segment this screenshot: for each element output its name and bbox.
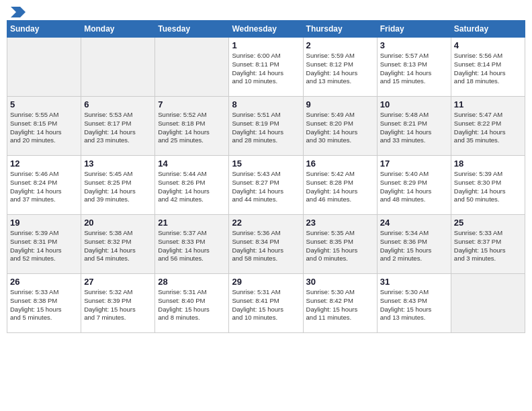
day-number: 5 <box>10 99 78 109</box>
calendar-cell <box>81 38 155 97</box>
calendar-cell: 18Sunrise: 5:39 AM Sunset: 8:30 PM Dayli… <box>451 156 525 215</box>
day-number: 26 <box>10 277 78 287</box>
day-number: 13 <box>84 158 152 169</box>
calendar-cell: 28Sunrise: 5:31 AM Sunset: 8:40 PM Dayli… <box>155 274 229 333</box>
day-number: 15 <box>232 158 300 169</box>
day-number: 7 <box>158 99 226 109</box>
day-info: Sunrise: 6:00 AM Sunset: 8:11 PM Dayligh… <box>232 52 300 86</box>
day-info: Sunrise: 5:31 AM Sunset: 8:40 PM Dayligh… <box>158 288 226 322</box>
calendar-cell: 19Sunrise: 5:39 AM Sunset: 8:31 PM Dayli… <box>7 215 81 274</box>
calendar-week-row: 1Sunrise: 6:00 AM Sunset: 8:11 PM Daylig… <box>7 38 525 97</box>
calendar-header-row: SundayMondayTuesdayWednesdayThursdayFrid… <box>7 21 525 38</box>
calendar-cell: 21Sunrise: 5:37 AM Sunset: 8:33 PM Dayli… <box>155 215 229 274</box>
calendar-cell: 4Sunrise: 5:56 AM Sunset: 8:14 PM Daylig… <box>451 38 525 97</box>
calendar-cell: 25Sunrise: 5:33 AM Sunset: 8:37 PM Dayli… <box>451 215 525 274</box>
day-info: Sunrise: 5:39 AM Sunset: 8:30 PM Dayligh… <box>454 170 522 204</box>
calendar-cell: 30Sunrise: 5:30 AM Sunset: 8:42 PM Dayli… <box>303 274 377 333</box>
day-info: Sunrise: 5:53 AM Sunset: 8:17 PM Dayligh… <box>84 111 152 145</box>
day-number: 9 <box>306 99 374 109</box>
day-info: Sunrise: 5:44 AM Sunset: 8:26 PM Dayligh… <box>158 170 226 204</box>
day-number: 8 <box>232 99 300 109</box>
calendar-cell: 14Sunrise: 5:44 AM Sunset: 8:26 PM Dayli… <box>155 156 229 215</box>
calendar-cell: 29Sunrise: 5:31 AM Sunset: 8:41 PM Dayli… <box>229 274 303 333</box>
calendar-cell: 20Sunrise: 5:38 AM Sunset: 8:32 PM Dayli… <box>81 215 155 274</box>
day-info: Sunrise: 5:59 AM Sunset: 8:12 PM Dayligh… <box>306 52 374 86</box>
day-info: Sunrise: 5:42 AM Sunset: 8:28 PM Dayligh… <box>306 170 374 204</box>
day-info: Sunrise: 5:52 AM Sunset: 8:18 PM Dayligh… <box>158 111 226 145</box>
day-number: 27 <box>84 277 152 287</box>
day-info: Sunrise: 5:55 AM Sunset: 8:15 PM Dayligh… <box>10 111 78 145</box>
day-number: 10 <box>380 99 448 109</box>
calendar-cell: 26Sunrise: 5:33 AM Sunset: 8:38 PM Dayli… <box>7 274 81 333</box>
calendar-cell: 27Sunrise: 5:32 AM Sunset: 8:39 PM Dayli… <box>81 274 155 333</box>
calendar-table: SundayMondayTuesdayWednesdayThursdayFrid… <box>7 20 525 333</box>
day-info: Sunrise: 5:45 AM Sunset: 8:25 PM Dayligh… <box>84 170 152 204</box>
calendar-cell: 17Sunrise: 5:40 AM Sunset: 8:29 PM Dayli… <box>377 156 451 215</box>
day-info: Sunrise: 5:57 AM Sunset: 8:13 PM Dayligh… <box>380 52 448 86</box>
calendar-cell: 9Sunrise: 5:49 AM Sunset: 8:20 PM Daylig… <box>303 97 377 156</box>
day-number: 12 <box>10 158 78 169</box>
svg-marker-0 <box>11 7 26 17</box>
column-header-thursday: Thursday <box>303 21 377 38</box>
column-header-tuesday: Tuesday <box>155 21 229 38</box>
calendar-cell: 7Sunrise: 5:52 AM Sunset: 8:18 PM Daylig… <box>155 97 229 156</box>
day-number: 19 <box>10 218 78 228</box>
day-number: 3 <box>380 40 448 50</box>
day-number: 18 <box>454 158 522 169</box>
day-number: 16 <box>306 158 374 169</box>
calendar-cell: 31Sunrise: 5:30 AM Sunset: 8:43 PM Dayli… <box>377 274 451 333</box>
day-number: 11 <box>454 99 522 109</box>
day-info: Sunrise: 5:39 AM Sunset: 8:31 PM Dayligh… <box>10 229 78 263</box>
day-number: 2 <box>306 40 374 50</box>
column-header-sunday: Sunday <box>7 21 81 38</box>
calendar-cell <box>7 38 81 97</box>
calendar-cell: 6Sunrise: 5:53 AM Sunset: 8:17 PM Daylig… <box>81 97 155 156</box>
day-info: Sunrise: 5:40 AM Sunset: 8:29 PM Dayligh… <box>380 170 448 204</box>
day-number: 24 <box>380 218 448 228</box>
column-header-saturday: Saturday <box>451 21 525 38</box>
day-number: 28 <box>158 277 226 287</box>
calendar-cell: 22Sunrise: 5:36 AM Sunset: 8:34 PM Dayli… <box>229 215 303 274</box>
day-info: Sunrise: 5:32 AM Sunset: 8:39 PM Dayligh… <box>84 288 152 322</box>
calendar-cell: 13Sunrise: 5:45 AM Sunset: 8:25 PM Dayli… <box>81 156 155 215</box>
day-number: 1 <box>232 40 300 50</box>
calendar-cell <box>155 38 229 97</box>
day-number: 30 <box>306 277 374 287</box>
calendar-cell: 10Sunrise: 5:48 AM Sunset: 8:21 PM Dayli… <box>377 97 451 156</box>
calendar-cell: 11Sunrise: 5:47 AM Sunset: 8:22 PM Dayli… <box>451 97 525 156</box>
day-info: Sunrise: 5:51 AM Sunset: 8:19 PM Dayligh… <box>232 111 300 145</box>
day-info: Sunrise: 5:35 AM Sunset: 8:35 PM Dayligh… <box>306 229 374 263</box>
page-header <box>7 7 525 15</box>
calendar-cell: 23Sunrise: 5:35 AM Sunset: 8:35 PM Dayli… <box>303 215 377 274</box>
day-info: Sunrise: 5:56 AM Sunset: 8:14 PM Dayligh… <box>454 52 522 86</box>
day-info: Sunrise: 5:38 AM Sunset: 8:32 PM Dayligh… <box>84 229 152 263</box>
day-number: 31 <box>380 277 448 287</box>
calendar-cell: 1Sunrise: 6:00 AM Sunset: 8:11 PM Daylig… <box>229 38 303 97</box>
day-info: Sunrise: 5:33 AM Sunset: 8:38 PM Dayligh… <box>10 288 78 322</box>
day-number: 6 <box>84 99 152 109</box>
logo <box>9 7 26 15</box>
day-info: Sunrise: 5:31 AM Sunset: 8:41 PM Dayligh… <box>232 288 300 322</box>
day-info: Sunrise: 5:49 AM Sunset: 8:20 PM Dayligh… <box>306 111 374 145</box>
day-number: 14 <box>158 158 226 169</box>
calendar-cell <box>451 274 525 333</box>
day-number: 29 <box>232 277 300 287</box>
calendar-week-row: 12Sunrise: 5:46 AM Sunset: 8:24 PM Dayli… <box>7 156 525 215</box>
day-info: Sunrise: 5:43 AM Sunset: 8:27 PM Dayligh… <box>232 170 300 204</box>
day-info: Sunrise: 5:33 AM Sunset: 8:37 PM Dayligh… <box>454 229 522 263</box>
day-number: 22 <box>232 218 300 228</box>
calendar-week-row: 5Sunrise: 5:55 AM Sunset: 8:15 PM Daylig… <box>7 97 525 156</box>
day-info: Sunrise: 5:36 AM Sunset: 8:34 PM Dayligh… <box>232 229 300 263</box>
column-header-monday: Monday <box>81 21 155 38</box>
day-info: Sunrise: 5:46 AM Sunset: 8:24 PM Dayligh… <box>10 170 78 204</box>
day-info: Sunrise: 5:34 AM Sunset: 8:36 PM Dayligh… <box>380 229 448 263</box>
day-info: Sunrise: 5:48 AM Sunset: 8:21 PM Dayligh… <box>380 111 448 145</box>
calendar-week-row: 19Sunrise: 5:39 AM Sunset: 8:31 PM Dayli… <box>7 215 525 274</box>
calendar-cell: 8Sunrise: 5:51 AM Sunset: 8:19 PM Daylig… <box>229 97 303 156</box>
calendar-week-row: 26Sunrise: 5:33 AM Sunset: 8:38 PM Dayli… <box>7 274 525 333</box>
column-header-friday: Friday <box>377 21 451 38</box>
day-number: 4 <box>454 40 522 50</box>
day-info: Sunrise: 5:30 AM Sunset: 8:43 PM Dayligh… <box>380 288 448 322</box>
day-info: Sunrise: 5:37 AM Sunset: 8:33 PM Dayligh… <box>158 229 226 263</box>
column-header-wednesday: Wednesday <box>229 21 303 38</box>
